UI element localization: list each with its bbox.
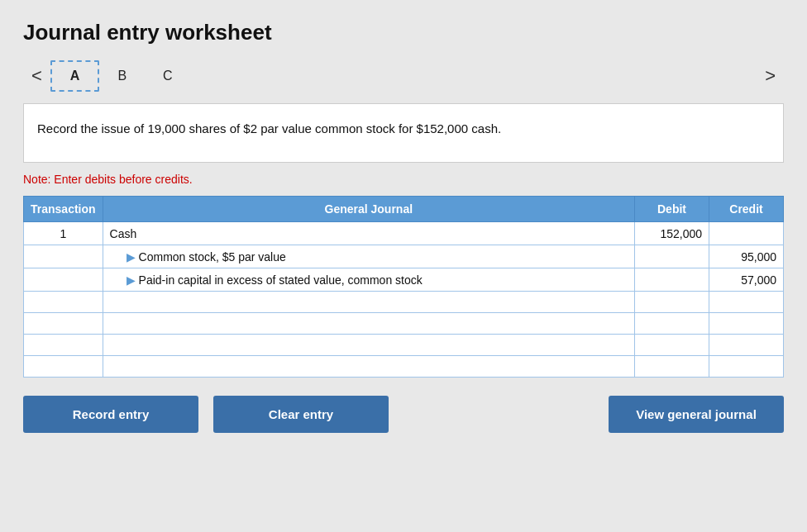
col-header-transaction: Transaction [24,197,103,222]
prev-arrow[interactable]: < [23,62,50,90]
table-row-debit-1[interactable] [635,245,709,268]
table-row-debit-4[interactable] [635,313,709,335]
note-text: Note: Enter debits before credits. [23,173,784,186]
table-row-debit-5[interactable] [635,335,709,356]
table-row-debit-0[interactable]: 152,000 [635,222,709,245]
table-row-transaction-3 [24,292,103,313]
table-row-journal-1[interactable]: ▶Common stock, $5 par value [103,245,634,268]
table-row-credit-1[interactable]: 95,000 [709,245,784,268]
view-general-journal-button[interactable]: View general journal [609,396,784,433]
table-row-debit-6[interactable] [635,356,709,378]
table-row-journal-3[interactable] [103,292,634,313]
table-row-credit-5[interactable] [709,335,784,356]
table-row-transaction-0: 1 [24,222,103,245]
table-row-transaction-2 [24,268,103,292]
description-box: Record the issue of 19,000 shares of $2 … [23,103,784,163]
clear-entry-button[interactable]: Clear entry [213,396,389,433]
description-text: Record the issue of 19,000 shares of $2 … [37,121,501,135]
table-row-debit-3[interactable] [635,292,709,313]
page-title: Journal entry worksheet [23,20,784,45]
col-header-general-journal: General Journal [103,197,634,222]
table-row-debit-2[interactable] [635,268,709,292]
col-header-debit: Debit [635,197,709,222]
buttons-row: Record entry Clear entry View general jo… [23,396,784,433]
tab-c[interactable]: C [145,62,191,90]
table-row-journal-4[interactable] [103,313,634,335]
table-row-credit-2[interactable]: 57,000 [709,268,784,292]
table-row-credit-4[interactable] [709,313,784,335]
table-row-journal-6[interactable] [103,356,634,378]
tab-b[interactable]: B [99,62,145,90]
col-header-credit: Credit [709,197,784,222]
next-arrow[interactable]: > [757,62,784,90]
table-row-journal-0[interactable]: Cash [103,222,634,245]
table-row-transaction-6 [24,356,103,378]
table-row-transaction-4 [24,313,103,335]
table-row-credit-0[interactable] [709,222,784,245]
journal-table: Transaction General Journal Debit Credit… [23,196,784,378]
table-row-credit-6[interactable] [709,356,784,378]
table-row-journal-2[interactable]: ▶Paid-in capital in excess of stated val… [103,268,634,292]
table-row-credit-3[interactable] [709,292,784,313]
table-row-journal-5[interactable] [103,335,634,356]
tabs-row: < A B C > [23,60,784,92]
table-row-transaction-1 [24,245,103,268]
table-row-transaction-5 [24,335,103,356]
record-entry-button[interactable]: Record entry [23,396,198,433]
tab-a[interactable]: A [50,60,100,92]
